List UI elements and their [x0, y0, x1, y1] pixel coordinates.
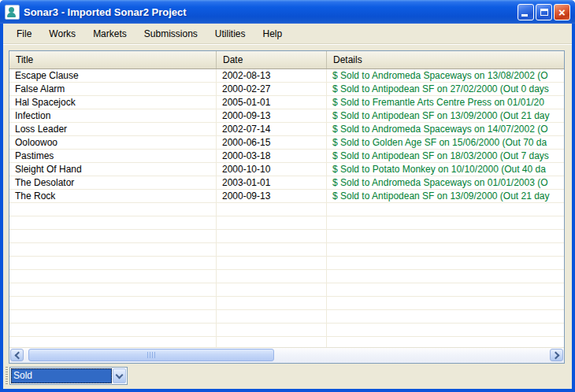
table-row[interactable]: Ooloowoo2000-06-15$ Sold to Golden Age S… [9, 136, 564, 150]
cell-details [327, 337, 564, 347]
scroll-right-button[interactable] [550, 349, 563, 361]
cell-date: 2000-09-13 [217, 190, 327, 202]
filter-combobox[interactable]: Sold [9, 367, 128, 385]
cell-date: 2000-03-18 [217, 150, 327, 162]
cell-title: Sleight Of Hand [9, 163, 217, 176]
menu-item-submissions[interactable]: Submissions [135, 26, 206, 42]
scrollbar-thumb[interactable] [28, 349, 274, 361]
menu-item-markets[interactable]: Markets [84, 26, 135, 42]
minimize-icon [521, 14, 528, 17]
table-row [9, 257, 564, 270]
cell-details [327, 243, 564, 256]
cell-title [9, 270, 217, 283]
table-row [9, 324, 564, 337]
scroll-left-button[interactable] [10, 349, 24, 361]
close-button[interactable]: × [554, 4, 570, 20]
table-row[interactable]: Loss Leader2002-07-14$ Sold to Andromeda… [9, 123, 564, 136]
app-window: Sonar3 - Imported Sonar2 Project × FileW… [0, 0, 575, 392]
title-bar[interactable]: Sonar3 - Imported Sonar2 Project × [0, 0, 575, 24]
filter-toolbar: Sold [3, 364, 572, 389]
menu-item-file[interactable]: File [8, 26, 40, 42]
cell-title: The Rock [9, 190, 217, 202]
cell-title: Loss Leader [9, 123, 217, 135]
column-header-title[interactable]: Title [9, 51, 217, 68]
cell-title: False Alarm [9, 83, 217, 95]
menu-item-utilities[interactable]: Utilities [206, 26, 254, 42]
cell-details: $ Sold to Andromeda Spaceways on 14/07/2… [327, 123, 564, 135]
window-controls: × [518, 4, 570, 20]
cell-details: $ Sold to Antipodean SF on 18/03/2000 (O… [327, 150, 564, 162]
cell-title: Escape Clause [9, 69, 217, 82]
cell-details: $ Sold to Fremantle Arts Centre Press on… [327, 96, 564, 109]
cell-details: $ Sold to Antipodean SF on 27/02/2000 (O… [327, 83, 564, 95]
table-row[interactable]: Infection2000-09-13$ Sold to Antipodean … [9, 109, 564, 123]
cell-date [217, 283, 327, 296]
menu-item-help[interactable]: Help [254, 26, 291, 42]
cell-date [217, 297, 327, 309]
cell-date: 2002-08-13 [217, 69, 327, 82]
cell-title [9, 297, 217, 309]
column-header-details[interactable]: Details [327, 51, 564, 68]
column-header-date[interactable]: Date [217, 51, 327, 68]
chevron-left-icon [14, 351, 22, 359]
cell-details: $ Sold to Antipodean SF on 13/09/2000 (O… [327, 190, 564, 202]
cell-details [327, 270, 564, 283]
table-row [9, 310, 564, 324]
table-row[interactable]: Escape Clause2002-08-13$ Sold to Androme… [9, 69, 564, 83]
cell-date [217, 310, 327, 323]
maximize-button[interactable] [536, 4, 552, 20]
table-row[interactable]: The Desolator2003-01-01$ Sold to Androme… [9, 176, 564, 190]
table-row[interactable]: Hal Spacejock2005-01-01$ Sold to Fremant… [9, 96, 564, 109]
cell-title [9, 216, 217, 229]
table-header: Title Date Details [9, 51, 564, 69]
filter-selected-value[interactable]: Sold [11, 368, 112, 383]
cell-title [9, 203, 217, 216]
cell-date: 2000-10-10 [217, 163, 327, 176]
table-row[interactable]: False Alarm2000-02-27$ Sold to Antipodea… [9, 83, 564, 96]
cell-title [9, 310, 217, 323]
minimize-button[interactable] [518, 4, 534, 20]
table-row [9, 230, 564, 243]
table-row[interactable]: The Rock2000-09-13$ Sold to Antipodean S… [9, 190, 564, 203]
cell-title: The Desolator [9, 176, 217, 189]
window-body: FileWorksMarketsSubmissionsUtilitiesHelp… [0, 24, 575, 392]
combobox-dropdown-button[interactable] [113, 368, 126, 383]
table-row[interactable]: Sleight Of Hand2000-10-10$ Sold to Potat… [9, 163, 564, 176]
menu-bar: FileWorksMarketsSubmissionsUtilitiesHelp [3, 24, 572, 44]
cell-title [9, 257, 217, 269]
cell-details: $ Sold to Antipodean SF on 13/09/2000 (O… [327, 109, 564, 122]
cell-details [327, 216, 564, 229]
cell-date [217, 324, 327, 336]
toolbar-gripper[interactable] [6, 367, 8, 386]
cell-title: Infection [9, 109, 217, 122]
cell-details [327, 324, 564, 336]
cell-details: $ Sold to Potato Monkey on 10/10/2000 (O… [327, 163, 564, 176]
cell-date [217, 216, 327, 229]
app-icon[interactable] [5, 5, 20, 20]
cell-date [217, 203, 327, 216]
cell-date [217, 337, 327, 347]
menu-item-works[interactable]: Works [40, 26, 84, 42]
cell-details: $ Sold to Andromeda Spaceways on 01/01/2… [327, 176, 564, 189]
horizontal-scrollbar[interactable] [9, 347, 564, 363]
cell-title: Pastimes [9, 150, 217, 162]
table-row [9, 243, 564, 257]
submissions-table: Title Date Details Escape Clause2002-08-… [9, 50, 565, 364]
cell-date: 2000-06-15 [217, 136, 327, 149]
cell-details [327, 203, 564, 216]
cell-date: 2003-01-01 [217, 176, 327, 189]
cell-date [217, 230, 327, 242]
chevron-right-icon [551, 351, 559, 359]
chevron-down-icon [116, 371, 124, 379]
cell-date [217, 270, 327, 283]
cell-date: 2005-01-01 [217, 96, 327, 109]
table-row [9, 270, 564, 283]
cell-title [9, 337, 217, 347]
cell-date [217, 243, 327, 256]
cell-title [9, 230, 217, 242]
maximize-icon [540, 9, 548, 16]
table-row[interactable]: Pastimes2000-03-18$ Sold to Antipodean S… [9, 150, 564, 163]
cell-details: $ Sold to Golden Age SF on 15/06/2000 (O… [327, 136, 564, 149]
cell-details [327, 297, 564, 309]
cell-date: 2002-07-14 [217, 123, 327, 135]
